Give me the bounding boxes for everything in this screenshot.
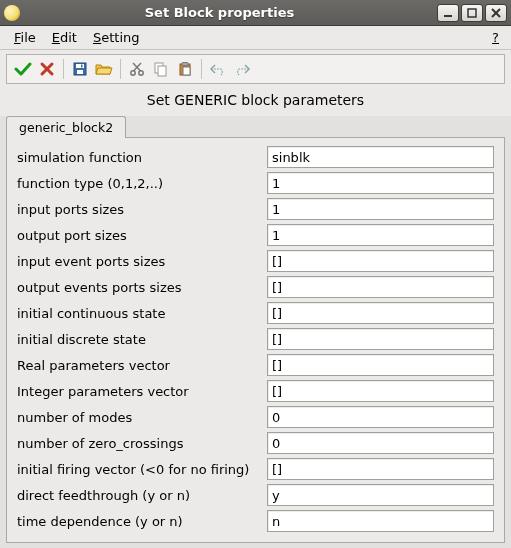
content-area: generic_block2 simulation function funct…: [6, 116, 505, 543]
input-num-modes[interactable]: [267, 406, 494, 428]
input-out-ev-ports[interactable]: [267, 276, 494, 298]
label-func-type: function type (0,1,2,..): [17, 176, 267, 191]
input-real-params[interactable]: [267, 354, 494, 376]
copy-button[interactable]: [149, 58, 173, 80]
input-num-zc[interactable]: [267, 432, 494, 454]
input-direct-feed[interactable]: [267, 484, 494, 506]
menubar: File Edit Setting ?: [0, 26, 511, 50]
row-in-ev-ports: input event ports sizes: [17, 250, 494, 272]
menu-edit[interactable]: Edit: [44, 28, 85, 47]
input-init-firing[interactable]: [267, 458, 494, 480]
menu-setting[interactable]: Setting: [85, 28, 148, 47]
svg-rect-18: [183, 67, 190, 75]
svg-point-10: [131, 71, 135, 75]
input-sim-func[interactable]: [267, 146, 494, 168]
label-int-params: Integer parameters vector: [17, 384, 267, 399]
panel-title: Set GENERIC block parameters: [0, 86, 511, 116]
row-out-ports: output port sizes: [17, 224, 494, 246]
maximize-button[interactable]: [461, 4, 483, 22]
row-out-ev-ports: output events ports sizes: [17, 276, 494, 298]
label-sim-func: simulation function: [17, 150, 267, 165]
label-init-cont: initial continuous state: [17, 306, 267, 321]
tab-panel: simulation function function type (0,1,2…: [6, 137, 505, 543]
window-title: Set Block properties: [4, 5, 435, 20]
save-button[interactable]: [68, 58, 92, 80]
input-out-ports[interactable]: [267, 224, 494, 246]
row-num-modes: number of modes: [17, 406, 494, 428]
label-out-ports: output port sizes: [17, 228, 267, 243]
row-int-params: Integer parameters vector: [17, 380, 494, 402]
label-in-ports: input ports sizes: [17, 202, 267, 217]
tab-generic-block2[interactable]: generic_block2: [6, 116, 126, 138]
minimize-button[interactable]: [437, 4, 459, 22]
menu-help[interactable]: ?: [486, 28, 505, 47]
cut-button[interactable]: [125, 58, 149, 80]
row-init-disc: initial discrete state: [17, 328, 494, 350]
row-direct-feed: direct feedthrough (y or n): [17, 484, 494, 506]
svg-rect-9: [81, 65, 83, 68]
svg-rect-1: [468, 9, 476, 17]
label-time-dep: time dependence (y or n): [17, 514, 267, 529]
open-button[interactable]: [92, 58, 116, 80]
window-titlebar: Set Block properties: [0, 0, 511, 26]
accept-button[interactable]: [11, 58, 35, 80]
label-init-disc: initial discrete state: [17, 332, 267, 347]
row-sim-func: simulation function: [17, 146, 494, 168]
label-in-ev-ports: input event ports sizes: [17, 254, 267, 269]
menu-file[interactable]: File: [6, 28, 44, 47]
tabs-strip: generic_block2: [6, 116, 505, 138]
undo-button[interactable]: [206, 58, 230, 80]
input-in-ev-ports[interactable]: [267, 250, 494, 272]
row-num-zc: number of zero_crossings: [17, 432, 494, 454]
svg-rect-8: [77, 70, 83, 74]
input-func-type[interactable]: [267, 172, 494, 194]
label-real-params: Real parameters vector: [17, 358, 267, 373]
toolbar-separator: [120, 59, 121, 79]
toolbar: [6, 54, 505, 84]
input-init-disc[interactable]: [267, 328, 494, 350]
redo-button[interactable]: [230, 58, 254, 80]
close-window-button[interactable]: [485, 4, 507, 22]
svg-rect-17: [182, 63, 188, 66]
row-real-params: Real parameters vector: [17, 354, 494, 376]
svg-rect-15: [158, 66, 166, 76]
label-out-ev-ports: output events ports sizes: [17, 280, 267, 295]
label-init-firing: initial firing vector (<0 for no firing): [17, 462, 267, 477]
toolbar-container: [0, 50, 511, 86]
input-int-params[interactable]: [267, 380, 494, 402]
label-num-zc: number of zero_crossings: [17, 436, 267, 451]
row-init-cont: initial continuous state: [17, 302, 494, 324]
paste-button[interactable]: [173, 58, 197, 80]
toolbar-separator: [63, 59, 64, 79]
row-in-ports: input ports sizes: [17, 198, 494, 220]
row-func-type: function type (0,1,2,..): [17, 172, 494, 194]
input-in-ports[interactable]: [267, 198, 494, 220]
row-init-firing: initial firing vector (<0 for no firing): [17, 458, 494, 480]
input-time-dep[interactable]: [267, 510, 494, 532]
reject-button[interactable]: [35, 58, 59, 80]
input-init-cont[interactable]: [267, 302, 494, 324]
svg-point-11: [139, 71, 143, 75]
label-num-modes: number of modes: [17, 410, 267, 425]
label-direct-feed: direct feedthrough (y or n): [17, 488, 267, 503]
row-time-dep: time dependence (y or n): [17, 510, 494, 532]
toolbar-separator: [201, 59, 202, 79]
svg-rect-7: [76, 64, 84, 68]
